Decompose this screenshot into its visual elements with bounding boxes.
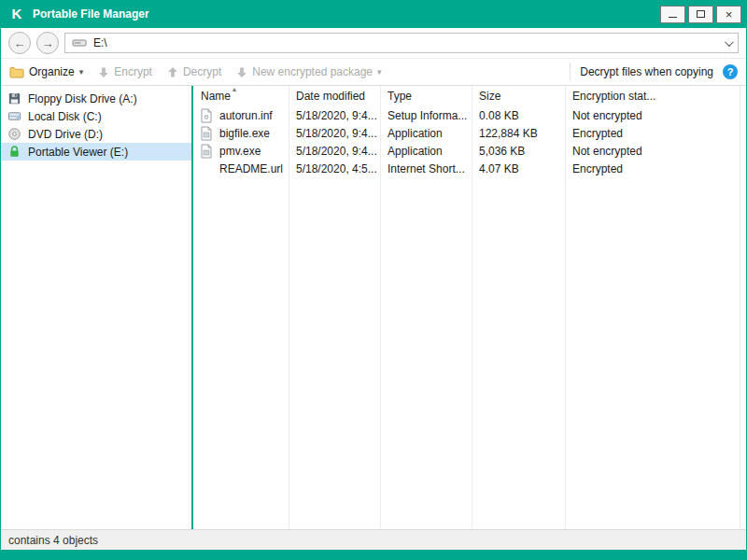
sidebar-item-label: DVD Drive (D:): [28, 128, 103, 141]
toolbar-separator: [570, 63, 571, 81]
maximize-button[interactable]: [688, 6, 713, 23]
file-type: Internet Short...: [380, 162, 472, 175]
sidebar-item-label: Portable Viewer (E:): [28, 146, 128, 159]
file-encryption-status: Not encrypted: [565, 145, 746, 158]
arrow-up-icon: [167, 66, 178, 78]
sidebar-item-dvd-drive[interactable]: DVD Drive (D:): [1, 125, 191, 143]
column-separator: [565, 86, 566, 529]
sidebar-item-label: Floppy Disk Drive (A:): [28, 92, 137, 105]
main-area: Floppy Disk Drive (A:) Local Disk (C:) D…: [1, 86, 746, 529]
file-name: bigfile.exe: [219, 127, 270, 140]
kaspersky-logo-icon: K: [8, 6, 25, 22]
file-name-cell: autorun.inf: [193, 108, 289, 123]
new-encrypted-package-button[interactable]: New encrypted package ▾: [236, 65, 381, 78]
sidebar-item-portable-viewer[interactable]: Portable Viewer (E:): [1, 143, 191, 161]
drive-icon: [72, 37, 87, 49]
file-row-bigfile[interactable]: bigfile.exe 5/18/2020, 9:4... Applicatio…: [193, 124, 746, 142]
file-date: 5/18/2020, 4:5...: [289, 162, 380, 175]
setup-information-file-icon: [200, 108, 214, 123]
address-dropdown-icon[interactable]: [725, 37, 734, 47]
sidebar-item-local-disk[interactable]: Local Disk (C:): [1, 107, 191, 125]
file-name-cell: bigfile.exe: [193, 126, 289, 141]
file-size: 5,036 KB: [472, 145, 565, 158]
window-bottom-accent: [1, 550, 746, 560]
help-button[interactable]: ?: [723, 64, 738, 79]
file-type: Application: [380, 145, 472, 158]
file-row-autorun[interactable]: autorun.inf 5/18/2020, 9:4... Setup Info…: [193, 106, 746, 124]
dvd-disc-icon: [7, 127, 21, 141]
list-body: autorun.inf 5/18/2020, 9:4... Setup Info…: [193, 106, 746, 529]
file-row-readme[interactable]: README.url 5/18/2020, 4:5... Internet Sh…: [193, 160, 746, 177]
minimize-button[interactable]: [660, 6, 685, 23]
address-text: E:\: [93, 36, 107, 49]
status-bar: contains 4 objects: [1, 529, 746, 550]
arrow-down-icon: [98, 66, 109, 78]
organize-caret-icon: ▾: [79, 67, 84, 77]
column-separator: [289, 86, 289, 529]
application-file-icon: [200, 144, 214, 159]
column-header-name[interactable]: ▴ Name: [193, 86, 289, 106]
file-date: 5/18/2020, 9:4...: [289, 145, 380, 158]
file-encryption-status: Encrypted: [565, 127, 746, 140]
column-header-size[interactable]: Size: [472, 86, 565, 106]
back-button[interactable]: ←: [8, 32, 31, 54]
column-separator: [740, 86, 740, 529]
file-size: 4.07 KB: [472, 162, 565, 175]
file-size: 122,884 KB: [472, 127, 565, 140]
title-bar: K Portable File Manager ×: [1, 0, 746, 28]
window-title: Portable File Manager: [33, 7, 149, 21]
floppy-disk-icon: [7, 91, 21, 105]
column-separator: [380, 86, 381, 529]
status-text: contains 4 objects: [8, 534, 98, 547]
new-encrypted-package-label: New encrypted package: [252, 65, 373, 78]
forward-button[interactable]: →: [36, 32, 59, 54]
minimize-icon: [669, 17, 677, 18]
lock-icon: [7, 145, 21, 159]
column-header-type[interactable]: Type: [380, 86, 472, 106]
help-icon: ?: [727, 66, 734, 77]
column-separator: [472, 86, 472, 529]
column-header-encryption-status[interactable]: Encryption stat...: [565, 86, 746, 106]
file-row-pmv[interactable]: pmv.exe 5/18/2020, 9:4... Application 5,…: [193, 142, 746, 160]
encrypt-label: Encrypt: [114, 65, 152, 78]
close-icon: ×: [726, 8, 733, 21]
file-type: Setup Informa...: [380, 109, 472, 122]
file-name-cell: pmv.exe: [193, 144, 289, 159]
file-icon-placeholder: [200, 161, 214, 176]
column-header-label: Size: [479, 90, 500, 103]
decrypt-button[interactable]: Decrypt: [167, 65, 221, 78]
new-package-caret-icon: ▾: [377, 67, 382, 77]
organize-button[interactable]: Organize ▾: [9, 65, 83, 78]
sidebar-item-label: Local Disk (C:): [28, 110, 102, 123]
sort-ascending-icon: ▴: [233, 86, 236, 93]
column-header-label: Encryption stat...: [572, 90, 655, 103]
navigation-bar: ← → E:\: [1, 28, 746, 59]
folder-icon: [9, 66, 24, 78]
file-size: 0.08 KB: [472, 109, 565, 122]
toolbar-right: Decrypt files when copying ?: [570, 63, 738, 81]
organize-label: Organize: [29, 65, 75, 78]
column-header-label: Date modified: [296, 90, 365, 103]
address-bar[interactable]: E:\: [64, 33, 739, 53]
file-encryption-status: Not encrypted: [565, 109, 746, 122]
file-list: ▴ Name Date modified Type Size Encryptio…: [193, 86, 746, 529]
decrypt-when-copying-label: Decrypt files when copying: [580, 65, 713, 78]
encrypt-button[interactable]: Encrypt: [98, 65, 152, 78]
drive-tree-sidebar: Floppy Disk Drive (A:) Local Disk (C:) D…: [1, 86, 191, 529]
back-icon: ←: [14, 36, 26, 50]
window-controls: ×: [660, 6, 741, 23]
column-header-date-modified[interactable]: Date modified: [289, 86, 380, 106]
file-name-cell: README.url: [193, 161, 289, 176]
close-button[interactable]: ×: [716, 6, 741, 23]
file-date: 5/18/2020, 9:4...: [289, 109, 380, 122]
forward-icon: →: [42, 36, 54, 50]
sidebar-item-floppy-drive[interactable]: Floppy Disk Drive (A:): [1, 90, 191, 107]
hard-disk-icon: [7, 109, 21, 123]
file-type: Application: [380, 127, 472, 140]
toolbar: Organize ▾ Encrypt Decrypt New encrypted…: [1, 59, 746, 86]
file-date: 5/18/2020, 9:4...: [289, 127, 380, 140]
application-file-icon: [200, 126, 214, 141]
file-name: autorun.inf: [219, 109, 273, 122]
column-header-label: Type: [388, 90, 412, 103]
file-name: README.url: [219, 162, 283, 175]
